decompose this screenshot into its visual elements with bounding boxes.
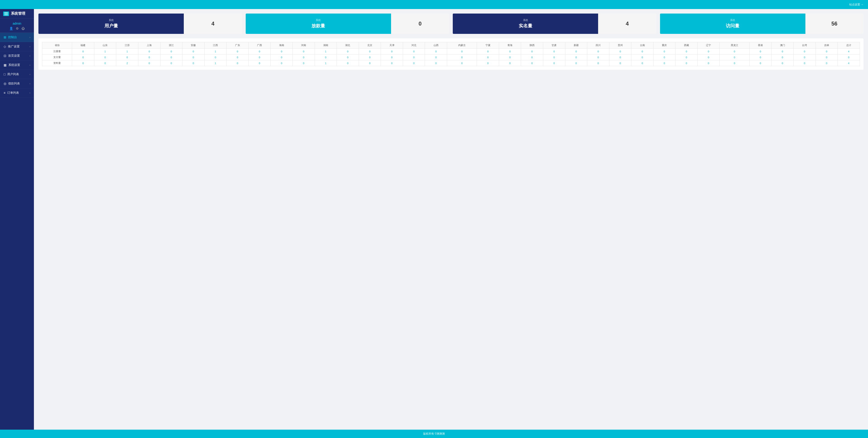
row-cell: 0 [543, 55, 565, 60]
main-content: 系统 用户量 4 系统 放款量 0 系统 实名量 4 系统 访问量 56 [34, 9, 868, 430]
stat-value-3: 56 [805, 13, 864, 34]
stat-label-0: 系统 用户量 [38, 13, 184, 34]
nav-label-system: 系统设置 [8, 63, 20, 67]
row-cell: 1 [204, 48, 226, 55]
nav-menu: ⊞ 控制台 › ◇ 推广设置 › ⊡ 首页设置 › ▦ 系统设置 › □ [0, 33, 34, 98]
data-table: 省份福建山东江苏上海浙江安徽江西广东广西海南河南湖南湖北北京天津河北山西内蒙古宁… [42, 42, 860, 66]
row-cell: 0 [403, 48, 425, 55]
stat-card-0: 系统 用户量 4 [38, 13, 242, 34]
row-cell: 0 [499, 60, 521, 66]
row-cell: 0 [359, 60, 381, 66]
col-header: 浙江 [160, 42, 182, 48]
row-cell: 0 [815, 55, 838, 60]
row-cell: 0 [772, 48, 794, 55]
table-section: 省份福建山东江苏上海浙江安徽江西广东广西海南河南湖南湖北北京天津河北山西内蒙古宁… [38, 38, 864, 70]
user-icons: 👤 ⚙ ⏻ [9, 27, 25, 30]
row-cell: 0 [521, 48, 543, 55]
row-cell: 0 [675, 55, 698, 60]
row-cell: 0 [160, 60, 182, 66]
nav-icon-promo: ◇ [4, 45, 6, 48]
row-cell: 0 [749, 60, 772, 66]
row-cell: 0 [565, 60, 587, 66]
row-cell: 0 [521, 55, 543, 60]
sidebar-item-loans[interactable]: ◎ 借款列表 › [0, 79, 34, 88]
nav-label-home: 首页设置 [8, 54, 20, 58]
header-link[interactable]: 站点设置 → [849, 3, 864, 6]
stat-value-0: 4 [184, 13, 242, 34]
row-cell: 0 [425, 48, 447, 55]
sidebar: 系统管理 admin 👤 ⚙ ⏻ ⊞ 控制台 › ◇ 推广设置 › [0, 9, 34, 430]
row-cell: 0 [359, 48, 381, 55]
sidebar-item-users[interactable]: □ 用户列表 › [0, 70, 34, 79]
sidebar-item-home[interactable]: ⊡ 首页设置 › [0, 51, 34, 61]
row-cell: 0 [403, 55, 425, 60]
col-header: 安徽 [182, 42, 205, 48]
row-cell: 0 [271, 55, 293, 60]
row-cell: 0 [719, 55, 749, 60]
table-row: 注册量01100010000100000000000000000000004 [42, 48, 860, 55]
stat-label-1: 系统 放款量 [246, 13, 391, 34]
col-header: 山东 [94, 42, 116, 48]
nav-chevron-loans: › [30, 82, 30, 85]
row-cell: 0 [838, 55, 860, 60]
nav-chevron-dashboard: › [30, 36, 30, 39]
user-power-icon[interactable]: ⏻ [22, 27, 25, 30]
row-cell: 0 [381, 55, 403, 60]
row-cell: 0 [182, 48, 205, 55]
row-cell: 0 [698, 60, 720, 66]
user-settings-icon[interactable]: ⚙ [16, 27, 19, 30]
stat-value-1: 0 [391, 13, 449, 34]
row-label: 注册量 [42, 48, 72, 55]
stat-card-3: 系统 访问量 56 [660, 13, 864, 34]
row-cell: 0 [499, 48, 521, 55]
col-header: 新疆 [565, 42, 587, 48]
row-cell: 0 [653, 60, 675, 66]
col-header: 陕西 [521, 42, 543, 48]
sidebar-item-promo[interactable]: ◇ 推广设置 › [0, 42, 34, 51]
footer-text: 版权所有 ©测测测 [423, 432, 445, 435]
row-cell: 0 [587, 55, 610, 60]
nav-chevron-system: › [30, 64, 30, 66]
row-cell: 0 [160, 55, 182, 60]
col-header: 江西 [204, 42, 226, 48]
stat-card-2: 系统 实名量 4 [453, 13, 656, 34]
sidebar-item-system[interactable]: ▦ 系统设置 › [0, 61, 34, 70]
row-cell: 0 [749, 48, 772, 55]
col-header: 四川 [587, 42, 610, 48]
row-cell: 0 [248, 60, 271, 66]
row-cell: 0 [543, 48, 565, 55]
row-cell: 0 [248, 55, 271, 60]
col-header: 云南 [631, 42, 653, 48]
user-profile-icon[interactable]: 👤 [9, 27, 13, 30]
row-cell: 0 [94, 60, 116, 66]
stat-label-2: 系统 实名量 [453, 13, 598, 34]
row-cell: 0 [653, 48, 675, 55]
col-header: 甘肃 [543, 42, 565, 48]
col-header: 重庆 [653, 42, 675, 48]
header: 站点设置 → [0, 0, 868, 9]
stat-value-2: 4 [598, 13, 656, 34]
sidebar-item-dashboard[interactable]: ⊞ 控制台 › [0, 33, 34, 42]
row-cell: 0 [94, 55, 116, 60]
col-header: 西藏 [675, 42, 698, 48]
row-cell: 0 [772, 60, 794, 66]
row-cell: 0 [521, 60, 543, 66]
col-header: 总计 [838, 42, 860, 48]
row-label: 资料量 [42, 60, 72, 66]
row-cell: 0 [138, 48, 160, 55]
row-cell: 0 [477, 60, 499, 66]
row-cell: 4 [838, 60, 860, 66]
col-header: 海南 [271, 42, 293, 48]
row-cell: 0 [403, 60, 425, 66]
sidebar-item-orders[interactable]: ≡ 订单列表 › [0, 88, 34, 98]
nav-chevron-home: › [30, 55, 30, 57]
row-cell: 0 [359, 55, 381, 60]
menu-toggle[interactable] [3, 11, 9, 16]
col-header: 省份 [42, 42, 72, 48]
nav-icon-system: ▦ [4, 63, 6, 67]
stats-row: 系统 用户量 4 系统 放款量 0 系统 实名量 4 系统 访问量 56 [34, 9, 868, 34]
row-cell: 0 [138, 55, 160, 60]
table-row: 资料量00200010000100000000000000000000004 [42, 60, 860, 66]
row-cell: 0 [72, 60, 94, 66]
row-cell: 0 [226, 60, 249, 66]
